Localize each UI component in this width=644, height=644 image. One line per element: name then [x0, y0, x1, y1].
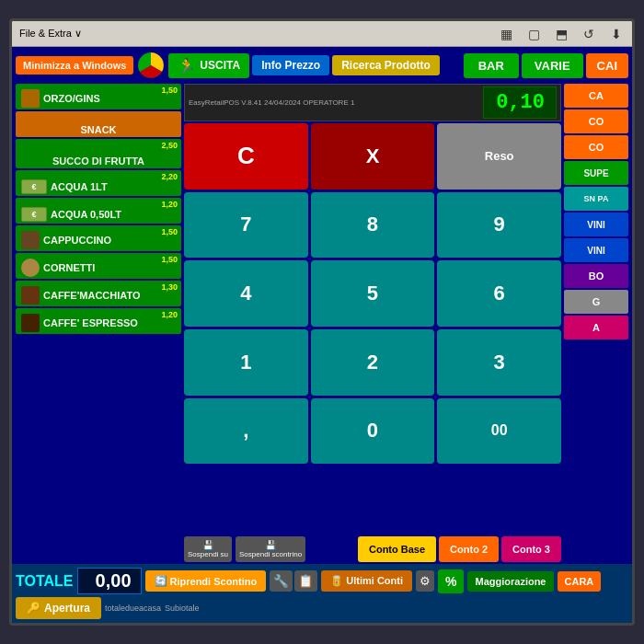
- key-9[interactable]: 9: [437, 192, 561, 259]
- suspend-icon2: 💾: [265, 540, 276, 550]
- pos-container: Minimizza a Windows 🏃 USCITA Info Prezzo…: [12, 47, 632, 623]
- keypad-grid: C X Reso 7 8 9 4 5 6 1: [184, 123, 561, 533]
- list-item[interactable]: SNACK: [16, 111, 181, 137]
- list-item[interactable]: 1,20 CAFFE' ESPRESSO: [16, 308, 181, 334]
- display-info: EasyRetailPOS V.8.41 24/04/2024 OPERATOR…: [189, 98, 479, 107]
- product-icon: [21, 259, 40, 277]
- right-btn-ca[interactable]: CA: [564, 84, 628, 108]
- list-item[interactable]: 1,50 CAPPUCCINO: [16, 225, 181, 251]
- key-1[interactable]: 1: [184, 329, 308, 396]
- reso-button[interactable]: Reso: [437, 123, 561, 190]
- file-menu[interactable]: File & Extra ∨: [19, 28, 82, 40]
- right-btn-co2[interactable]: CO: [564, 135, 628, 159]
- percent-button[interactable]: %: [438, 569, 464, 593]
- suspend-label1: Sospendi su: [188, 550, 228, 558]
- cara-button[interactable]: CARA: [558, 571, 602, 592]
- monitor-frame: File & Extra ∨ ▦ ▢ ⬒ ↺ ⬇ Minimizza a Win…: [0, 0, 644, 644]
- misc-icon2: 📋: [298, 574, 314, 588]
- product-name: CAFFE' ESPRESSO: [43, 317, 138, 328]
- chart-icon[interactable]: ▦: [498, 26, 514, 42]
- key-00[interactable]: 00: [437, 398, 561, 465]
- right-btn-vini1[interactable]: VINI: [564, 213, 628, 236]
- product-icon: [21, 314, 40, 332]
- bar-button[interactable]: BAR: [464, 53, 519, 78]
- key-2[interactable]: 2: [311, 329, 435, 396]
- bottom-row1: TOTALE 0,00 🔄 Riprendi Scontino 🔧 📋: [16, 568, 628, 594]
- display-icon[interactable]: ▢: [525, 26, 542, 42]
- cancel-button[interactable]: X: [311, 123, 435, 190]
- subiotale-label: totaledueacasa: [105, 604, 161, 613]
- suspend-button1[interactable]: 💾 Sospendi su: [184, 536, 232, 562]
- key-7[interactable]: 7: [184, 192, 308, 259]
- product-price: 1,50: [161, 86, 178, 95]
- product-icon: [21, 286, 40, 305]
- misc-icon-button1[interactable]: 🔧: [270, 570, 293, 592]
- euro-icon: €: [21, 207, 47, 222]
- keypad-area: C X Reso 7 8 9 4 5 6 1: [184, 123, 561, 533]
- minimize-button[interactable]: Minimizza a Windows: [16, 56, 133, 75]
- list-item[interactable]: 1,50 ORZO/GINS: [16, 84, 181, 109]
- list-item[interactable]: 2,20 € ACQUA 1LT: [16, 170, 181, 196]
- right-btn-g[interactable]: G: [564, 290, 628, 314]
- product-price: 2,20: [161, 172, 178, 181]
- product-name: CORNETTI: [43, 262, 95, 273]
- key-comma[interactable]: ,: [184, 398, 308, 465]
- bottom-area: TOTALE 0,00 🔄 Riprendi Scontino 🔧 📋: [12, 564, 632, 623]
- list-item[interactable]: 1,20 € ACQUA 0,50LT: [16, 198, 181, 224]
- settings-icon-button[interactable]: ⚙: [416, 570, 434, 592]
- right-btn-sn[interactable]: SN PA: [564, 187, 628, 211]
- product-price: 1,30: [161, 282, 178, 292]
- conto2-button[interactable]: Conto 2: [439, 536, 499, 562]
- right-products: CA CO CO SUPE SN PA VINI VINI BO G A: [564, 84, 628, 562]
- display-amount: 0,10: [483, 86, 557, 119]
- key-4[interactable]: 4: [184, 260, 308, 327]
- right-btn-a[interactable]: A: [564, 316, 628, 339]
- list-item[interactable]: 2,50 SUCCO DI FRUTTA: [16, 139, 181, 168]
- ultimi-button[interactable]: 🥫 Ultimi Conti: [321, 570, 412, 592]
- product-name: CAPPUCCINO: [43, 235, 111, 246]
- riprendi-icon: 🔄: [155, 575, 167, 587]
- right-btn-co1[interactable]: CO: [564, 109, 628, 133]
- product-name: ORZO/GINS: [43, 93, 100, 104]
- pie-chart-icon: [136, 51, 166, 80]
- key-3[interactable]: 3: [437, 329, 561, 396]
- list-item[interactable]: 1,50 CORNETTI: [16, 253, 181, 279]
- uscita-button[interactable]: 🏃 USCITA: [168, 53, 249, 78]
- suspend-area: 💾 Sospendi su 💾 Sospendi scontrino: [184, 536, 355, 562]
- right-btn-vini2[interactable]: VINI: [564, 238, 628, 262]
- totale-value: 0,00: [77, 568, 142, 594]
- account-row: 💾 Sospendi su 💾 Sospendi scontrino Conto…: [184, 536, 561, 562]
- title-bar: File & Extra ∨ ▦ ▢ ⬒ ↺ ⬇: [12, 21, 632, 47]
- clear-button[interactable]: C: [184, 123, 308, 190]
- varie-button[interactable]: VARIE: [522, 53, 583, 78]
- apertura-icon: 🔑: [27, 602, 40, 615]
- right-btn-supe[interactable]: SUPE: [564, 161, 628, 185]
- cai-button[interactable]: CAI: [586, 53, 628, 78]
- save-icon[interactable]: ⬒: [553, 26, 569, 42]
- key-5[interactable]: 5: [311, 260, 435, 327]
- suspend-label2: Sospendi scontrino: [239, 550, 302, 558]
- riprendi-button[interactable]: 🔄 Riprendi Scontino: [145, 570, 267, 592]
- product-name: ACQUA 0,50LT: [51, 209, 121, 220]
- download-icon[interactable]: ⬇: [608, 26, 625, 42]
- misc-icon-button2[interactable]: 📋: [294, 570, 317, 592]
- bottom-row2: 🔑 Apertura totaledueacasa Subiotale: [16, 597, 628, 619]
- maggiorazione-button[interactable]: Maggiorazione: [467, 571, 553, 592]
- info-prezzo-button[interactable]: Info Prezzo: [252, 55, 329, 75]
- totale-label: TOTALE: [16, 573, 74, 590]
- ricerca-prodotto-button[interactable]: Ricerca Prodotto: [332, 55, 440, 75]
- key-6[interactable]: 6: [437, 260, 561, 327]
- conto-base-button[interactable]: Conto Base: [358, 536, 436, 562]
- key-8[interactable]: 8: [311, 192, 435, 259]
- product-name: ACQUA 1LT: [51, 181, 108, 192]
- product-list: 1,50 ORZO/GINS SNACK 2,50 SUCCO DI FRUTT…: [16, 84, 181, 562]
- conto3-button[interactable]: Conto 3: [501, 536, 561, 562]
- key-0[interactable]: 0: [311, 398, 435, 465]
- refresh-icon[interactable]: ↺: [581, 26, 597, 42]
- apertura-button[interactable]: 🔑 Apertura: [16, 597, 101, 619]
- list-item[interactable]: 1,30 CAFFE'MACCHIATO: [16, 281, 181, 306]
- right-btn-bo[interactable]: BO: [564, 264, 628, 288]
- run-icon: 🏃: [178, 57, 196, 75]
- icons-area: 🔧 📋: [270, 570, 317, 592]
- suspend-button2[interactable]: 💾 Sospendi scontrino: [236, 536, 305, 562]
